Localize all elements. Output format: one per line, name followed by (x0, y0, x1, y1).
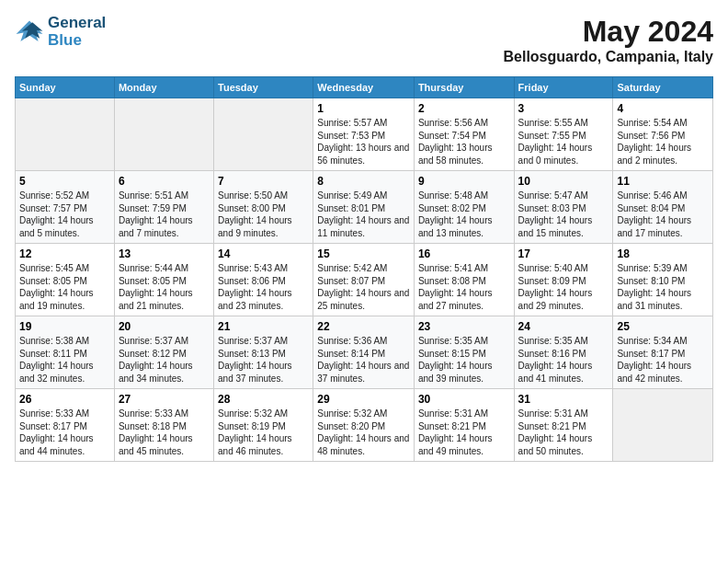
calendar-cell (16, 98, 115, 171)
day-number: 29 (317, 393, 410, 406)
month-title: May 2024 (504, 15, 714, 49)
day-number: 6 (119, 175, 210, 188)
sunrise-text: Sunrise: 5:35 AM (518, 336, 588, 346)
day-info: Sunrise: 5:43 AMSunset: 8:06 PMDaylight:… (218, 262, 309, 312)
day-info: Sunrise: 5:45 AMSunset: 8:05 PMDaylight:… (19, 262, 110, 312)
sunset-text: Sunset: 7:55 PM (518, 131, 586, 141)
day-info: Sunrise: 5:42 AMSunset: 8:07 PMDaylight:… (317, 262, 410, 312)
daylight-text: Daylight: 14 hours and 44 minutes. (19, 433, 94, 456)
day-number: 9 (418, 175, 510, 188)
sunset-text: Sunset: 7:56 PM (617, 131, 685, 141)
sunset-text: Sunset: 8:11 PM (19, 349, 87, 359)
day-number: 21 (218, 320, 309, 333)
day-number: 3 (518, 102, 609, 115)
day-info: Sunrise: 5:39 AMSunset: 8:10 PMDaylight:… (617, 262, 709, 312)
daylight-text: Daylight: 14 hours and 46 minutes. (218, 433, 292, 456)
sunset-text: Sunset: 8:00 PM (218, 203, 286, 213)
logo-icon (15, 19, 44, 45)
day-info: Sunrise: 5:51 AMSunset: 7:59 PMDaylight:… (119, 190, 210, 239)
day-number: 23 (418, 320, 510, 333)
calendar-cell: 18Sunrise: 5:39 AMSunset: 8:10 PMDayligh… (613, 244, 713, 316)
sunset-text: Sunset: 8:01 PM (317, 203, 385, 213)
calendar-cell: 12Sunrise: 5:45 AMSunset: 8:05 PMDayligh… (16, 244, 115, 316)
day-info: Sunrise: 5:52 AMSunset: 7:57 PMDaylight:… (19, 190, 110, 239)
calendar-cell: 20Sunrise: 5:37 AMSunset: 8:12 PMDayligh… (114, 316, 213, 389)
title-block: May 2024 Bellosguardo, Campania, Italy (504, 15, 714, 65)
sunrise-text: Sunrise: 5:44 AM (119, 263, 188, 273)
day-number: 11 (617, 175, 709, 188)
sunrise-text: Sunrise: 5:56 AM (418, 118, 488, 128)
calendar-cell (613, 389, 713, 462)
day-number: 31 (518, 393, 609, 406)
sunset-text: Sunset: 7:53 PM (317, 131, 385, 141)
daylight-text: Daylight: 14 hours and 23 minutes. (218, 288, 292, 311)
daylight-text: Daylight: 14 hours and 37 minutes. (218, 361, 292, 384)
sunrise-text: Sunrise: 5:41 AM (418, 263, 488, 273)
day-number: 7 (218, 175, 309, 188)
day-number: 18 (617, 247, 709, 260)
col-header-wednesday: Wednesday (313, 77, 415, 98)
calendar-cell: 7Sunrise: 5:50 AMSunset: 8:00 PMDaylight… (214, 171, 313, 244)
calendar-cell: 2Sunrise: 5:56 AMSunset: 7:54 PMDaylight… (414, 98, 514, 171)
calendar-cell: 23Sunrise: 5:35 AMSunset: 8:15 PMDayligh… (414, 316, 514, 389)
calendar-table: SundayMondayTuesdayWednesdayThursdayFrid… (15, 76, 713, 462)
calendar-cell: 21Sunrise: 5:37 AMSunset: 8:13 PMDayligh… (214, 316, 313, 389)
sunset-text: Sunset: 8:12 PM (119, 349, 187, 359)
sunset-text: Sunset: 8:05 PM (19, 276, 87, 286)
daylight-text: Daylight: 14 hours and 42 minutes. (617, 361, 691, 384)
day-info: Sunrise: 5:41 AMSunset: 8:08 PMDaylight:… (418, 262, 510, 312)
sunrise-text: Sunrise: 5:38 AM (19, 336, 89, 346)
daylight-text: Daylight: 14 hours and 21 minutes. (119, 288, 193, 311)
day-number: 8 (317, 175, 410, 188)
sunrise-text: Sunrise: 5:40 AM (518, 263, 588, 273)
sunrise-text: Sunrise: 5:45 AM (19, 263, 89, 273)
day-info: Sunrise: 5:50 AMSunset: 8:00 PMDaylight:… (218, 190, 309, 239)
sunrise-text: Sunrise: 5:54 AM (617, 118, 687, 128)
daylight-text: Daylight: 14 hours and 48 minutes. (317, 433, 409, 456)
day-info: Sunrise: 5:32 AMSunset: 8:20 PMDaylight:… (317, 408, 410, 457)
calendar-cell (214, 98, 313, 171)
day-number: 1 (317, 102, 410, 115)
daylight-text: Daylight: 13 hours and 56 minutes. (317, 143, 409, 166)
calendar-cell: 1Sunrise: 5:57 AMSunset: 7:53 PMDaylight… (313, 98, 415, 171)
day-info: Sunrise: 5:33 AMSunset: 8:17 PMDaylight:… (19, 408, 110, 457)
sunrise-text: Sunrise: 5:37 AM (218, 336, 288, 346)
header-row: SundayMondayTuesdayWednesdayThursdayFrid… (16, 77, 713, 98)
calendar-cell: 30Sunrise: 5:31 AMSunset: 8:21 PMDayligh… (414, 389, 514, 462)
daylight-text: Daylight: 14 hours and 37 minutes. (317, 361, 409, 384)
sunrise-text: Sunrise: 5:51 AM (119, 190, 188, 201)
week-row-1: 1Sunrise: 5:57 AMSunset: 7:53 PMDaylight… (16, 98, 713, 171)
day-number: 12 (19, 247, 110, 260)
day-number: 24 (518, 320, 609, 333)
sunset-text: Sunset: 8:06 PM (218, 276, 286, 286)
calendar-cell: 4Sunrise: 5:54 AMSunset: 7:56 PMDaylight… (613, 98, 713, 171)
col-header-monday: Monday (114, 77, 213, 98)
day-number: 14 (218, 247, 309, 260)
daylight-text: Daylight: 14 hours and 15 minutes. (518, 215, 593, 238)
sunset-text: Sunset: 7:57 PM (19, 203, 87, 213)
sunrise-text: Sunrise: 5:57 AM (317, 118, 387, 128)
daylight-text: Daylight: 14 hours and 31 minutes. (617, 288, 691, 311)
day-info: Sunrise: 5:31 AMSunset: 8:21 PMDaylight:… (418, 408, 510, 457)
sunset-text: Sunset: 8:09 PM (518, 276, 586, 286)
col-header-sunday: Sunday (16, 77, 115, 98)
daylight-text: Daylight: 14 hours and 27 minutes. (418, 288, 493, 311)
day-number: 19 (19, 320, 110, 333)
daylight-text: Daylight: 14 hours and 17 minutes. (617, 215, 691, 238)
day-info: Sunrise: 5:32 AMSunset: 8:19 PMDaylight:… (218, 408, 309, 457)
daylight-text: Daylight: 14 hours and 50 minutes. (518, 433, 593, 456)
calendar-cell: 19Sunrise: 5:38 AMSunset: 8:11 PMDayligh… (16, 316, 115, 389)
sunrise-text: Sunrise: 5:32 AM (218, 408, 288, 419)
daylight-text: Daylight: 14 hours and 45 minutes. (119, 433, 193, 456)
day-number: 13 (119, 247, 210, 260)
day-info: Sunrise: 5:46 AMSunset: 8:04 PMDaylight:… (617, 190, 709, 239)
calendar-cell: 17Sunrise: 5:40 AMSunset: 8:09 PMDayligh… (514, 244, 613, 316)
day-number: 26 (19, 393, 110, 406)
sunset-text: Sunset: 8:21 PM (518, 421, 586, 431)
sunrise-text: Sunrise: 5:31 AM (518, 408, 588, 419)
day-info: Sunrise: 5:37 AMSunset: 8:12 PMDaylight:… (119, 335, 210, 385)
sunset-text: Sunset: 8:10 PM (617, 276, 685, 286)
day-number: 28 (218, 393, 309, 406)
day-info: Sunrise: 5:31 AMSunset: 8:21 PMDaylight:… (518, 408, 609, 457)
sunset-text: Sunset: 8:07 PM (317, 276, 385, 286)
